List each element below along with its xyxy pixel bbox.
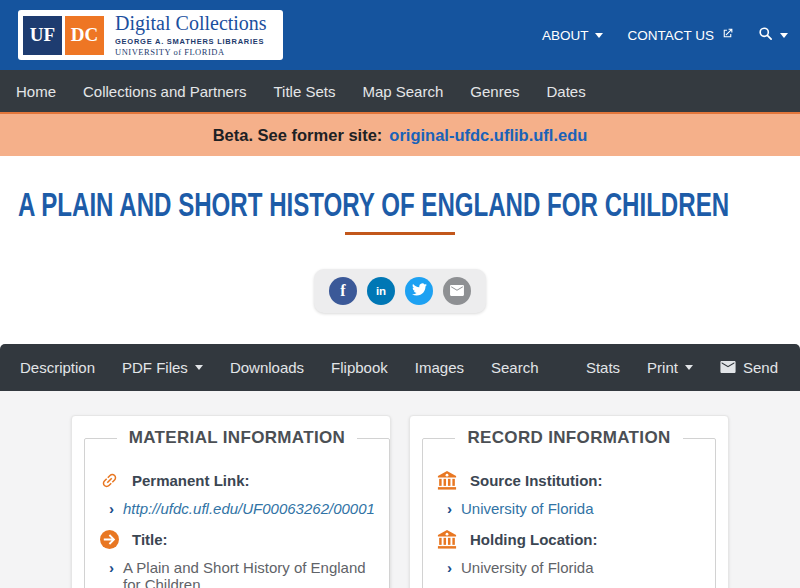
logo-squares: UF DC xyxy=(23,16,104,55)
logo-libraries: GEORGE A. SMATHERS LIBRARIES xyxy=(115,37,267,46)
field-source-institution: Source Institution: xyxy=(437,471,701,490)
nav-item-title-sets[interactable]: Title Sets xyxy=(273,83,335,100)
toolbar-downloads[interactable]: Downloads xyxy=(230,359,304,376)
toolbar-print[interactable]: Print xyxy=(647,359,693,376)
toolbar-left-group: Description PDF Files Downloads Flipbook… xyxy=(20,359,539,376)
chevron-right-icon: › xyxy=(109,560,114,575)
linkedin-share-button[interactable]: in xyxy=(367,277,395,305)
social-bar: f in xyxy=(0,269,800,313)
toolbar-print-label: Print xyxy=(647,359,678,376)
caret-down-icon xyxy=(195,365,203,370)
material-information-fieldset: MATERIAL INFORMATION Permanent Link: › h… xyxy=(84,428,390,588)
facebook-icon: f xyxy=(340,282,345,300)
toolbar-description[interactable]: Description xyxy=(20,359,95,376)
main-nav: Home Collections and Partners Title Sets… xyxy=(0,70,800,112)
linkedin-icon: in xyxy=(376,285,386,297)
facebook-share-button[interactable]: f xyxy=(329,277,357,305)
caret-down-icon xyxy=(685,365,693,370)
twitter-share-button[interactable] xyxy=(405,277,433,305)
record-information-panel: RECORD INFORMATION Source Institution: ›… xyxy=(409,415,729,588)
field-holding-location: Holding Location: xyxy=(437,530,701,549)
uf-logo-square: UF xyxy=(23,16,62,55)
holding-location-value: University of Florida xyxy=(461,559,594,576)
chevron-right-icon: › xyxy=(447,560,452,575)
twitter-icon xyxy=(412,283,427,299)
beta-banner: Beta. See former site: original-ufdc.ufl… xyxy=(0,112,800,156)
title-value: A Plain and Short History of England for… xyxy=(123,559,375,588)
field-label-holding-location: Holding Location: xyxy=(470,531,597,548)
chevron-right-icon: › xyxy=(447,501,452,516)
nav-item-home[interactable]: Home xyxy=(16,83,56,100)
logo-text: Digital Collections GEORGE A. SMATHERS L… xyxy=(115,13,267,57)
field-permanent-link: Permanent Link: xyxy=(99,471,375,490)
field-title: Title: xyxy=(99,530,375,549)
search-icon xyxy=(758,26,773,44)
former-site-link[interactable]: original-ufdc.uflib.ufl.edu xyxy=(389,126,587,145)
field-value-source-institution-row: › University of Florida xyxy=(447,500,701,517)
title-section: A PLAIN AND SHORT HISTORY OF ENGLAND FOR… xyxy=(0,156,800,391)
site-header: UF DC Digital Collections GEORGE A. SMAT… xyxy=(0,0,800,70)
nav-item-collections-and-partners[interactable]: Collections and Partners xyxy=(83,83,246,100)
source-institution-value[interactable]: University of Florida xyxy=(461,500,594,517)
contact-us-link[interactable]: CONTACT US xyxy=(627,27,734,43)
about-menu[interactable]: ABOUT xyxy=(542,28,604,43)
about-menu-label: ABOUT xyxy=(542,28,589,43)
link-icon xyxy=(99,471,119,490)
chevron-right-icon: › xyxy=(109,501,114,516)
field-label-source-institution: Source Institution: xyxy=(470,472,603,489)
record-information-title: RECORD INFORMATION xyxy=(455,428,682,448)
toolbar-images[interactable]: Images xyxy=(415,359,464,376)
permanent-link-value[interactable]: http://ufdc.ufl.edu/UF00063262/00001 xyxy=(123,500,375,517)
page-title: A PLAIN AND SHORT HISTORY OF ENGLAND FOR… xyxy=(18,188,589,221)
caret-down-icon xyxy=(595,33,603,38)
external-link-icon xyxy=(721,27,734,43)
field-value-permanent-link-row: › http://ufdc.ufl.edu/UF00063262/00001 xyxy=(109,500,375,517)
email-icon xyxy=(450,284,464,299)
toolbar-stats[interactable]: Stats xyxy=(586,359,620,376)
item-toolbar: Description PDF Files Downloads Flipbook… xyxy=(0,344,800,391)
toolbar-right-group: Stats Print Send xyxy=(586,359,778,376)
field-label-title: Title: xyxy=(132,531,168,548)
nav-item-dates[interactable]: Dates xyxy=(546,83,585,100)
university-icon xyxy=(437,530,457,549)
field-value-title-row: › A Plain and Short History of England f… xyxy=(109,559,375,588)
ufdc-logo[interactable]: UF DC Digital Collections GEORGE A. SMAT… xyxy=(18,10,283,60)
arrow-circle-icon xyxy=(99,530,119,549)
record-information-fieldset: RECORD INFORMATION Source Institution: ›… xyxy=(422,428,716,588)
beta-message: Beta. See former site: xyxy=(213,126,383,145)
material-information-title: MATERIAL INFORMATION xyxy=(117,428,357,448)
content-area: MATERIAL INFORMATION Permanent Link: › h… xyxy=(0,391,800,588)
header-menu: ABOUT CONTACT US xyxy=(542,26,788,44)
social-box: f in xyxy=(314,269,486,313)
caret-down-icon xyxy=(780,33,788,38)
material-information-panel: MATERIAL INFORMATION Permanent Link: › h… xyxy=(71,415,391,588)
logo-title: Digital Collections xyxy=(115,13,267,34)
toolbar-flipbook[interactable]: Flipbook xyxy=(331,359,388,376)
contact-us-label: CONTACT US xyxy=(627,28,714,43)
envelope-icon xyxy=(720,359,736,376)
toolbar-send-label: Send xyxy=(743,359,778,376)
nav-item-genres[interactable]: Genres xyxy=(470,83,519,100)
title-underline xyxy=(345,232,455,235)
nav-item-map-search[interactable]: Map Search xyxy=(362,83,443,100)
dc-logo-square: DC xyxy=(65,16,104,55)
toolbar-pdf-files[interactable]: PDF Files xyxy=(122,359,203,376)
search-menu[interactable] xyxy=(758,26,788,44)
university-icon xyxy=(437,471,457,490)
logo-university: UNIVERSITY of FLORIDA xyxy=(115,47,267,57)
field-value-holding-location-row: › University of Florida xyxy=(447,559,701,576)
toolbar-search[interactable]: Search xyxy=(491,359,539,376)
field-label-permanent-link: Permanent Link: xyxy=(132,472,250,489)
toolbar-send[interactable]: Send xyxy=(720,359,778,376)
email-share-button[interactable] xyxy=(443,277,471,305)
toolbar-pdf-files-label: PDF Files xyxy=(122,359,188,376)
